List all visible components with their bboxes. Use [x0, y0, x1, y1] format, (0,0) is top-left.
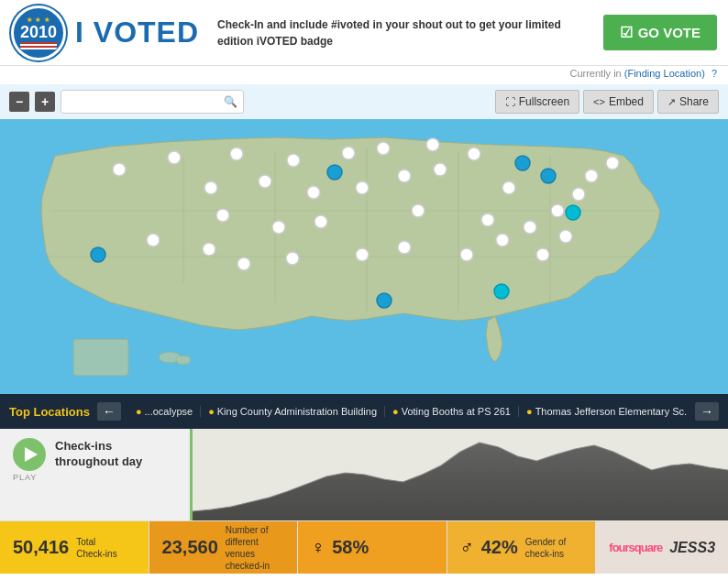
svg-point-51 [377, 293, 392, 308]
map-area[interactable] [0, 119, 728, 394]
svg-point-30 [203, 243, 215, 256]
header-description: Check-In and include #ivoted in your sho… [199, 16, 603, 49]
stat-label: Number of differentvenues checked-in [226, 524, 284, 572]
play-button[interactable] [13, 438, 46, 471]
svg-point-45 [536, 248, 549, 261]
stat-number: 50,416 [13, 537, 69, 558]
brands-block: foursquare JESS3 [596, 521, 728, 574]
top-locations-label: Top Locations [9, 405, 90, 419]
svg-point-21 [307, 186, 320, 199]
zoom-out-button[interactable]: − [9, 92, 29, 112]
checkmark-icon: ☑ [620, 24, 633, 41]
svg-point-31 [237, 257, 250, 270]
map-toolbar: − + 🔍 ⛶ Fullscreen <> Embed ↗ Share [0, 84, 728, 119]
svg-point-47 [327, 165, 342, 180]
svg-point-29 [147, 234, 160, 246]
go-vote-button[interactable]: ☑ GO VOTE [603, 15, 717, 50]
jess3-logo: JESS3 [669, 540, 715, 556]
svg-point-12 [168, 151, 181, 164]
stat-label: TotalCheck-ins [76, 536, 116, 560]
foursquare-logo: foursquare [609, 541, 662, 554]
list-item: ●...ocalypse [128, 406, 200, 417]
svg-point-39 [572, 188, 585, 201]
svg-point-40 [585, 170, 598, 182]
share-button[interactable]: ↗ Share [657, 90, 719, 114]
list-item: ●King County Administration Building [200, 406, 384, 417]
checkins-title: Check-ins throughout day [55, 439, 142, 470]
bottom-panel: Check-ins throughout day PLAY [0, 429, 728, 520]
svg-point-19 [204, 181, 217, 194]
svg-point-50 [566, 205, 580, 220]
svg-point-25 [216, 209, 229, 222]
play-icon [25, 447, 38, 462]
help-icon[interactable]: ? [711, 68, 717, 79]
stat-number: 42% [481, 537, 518, 558]
play-row: Check-ins throughout day [13, 438, 142, 471]
stat-total-checkins: 50,416 TotalCheck-ins [0, 521, 149, 574]
search-input[interactable] [67, 95, 224, 108]
svg-point-17 [426, 138, 439, 151]
stat-label: Gender ofcheck-ins [525, 536, 566, 560]
svg-point-20 [259, 175, 271, 188]
location-bar: Currently in (Finding Location) ? [0, 66, 728, 84]
svg-point-44 [559, 230, 572, 243]
header: ★ ★ ★ 2010 I VOTED Check-In and include … [0, 0, 728, 66]
svg-point-49 [541, 169, 556, 183]
svg-point-41 [606, 157, 619, 170]
stats-bar: 50,416 TotalCheck-ins 23,560 Number of d… [0, 520, 728, 574]
svg-point-42 [502, 181, 515, 194]
svg-point-27 [314, 215, 327, 228]
stat-venues: 23,560 Number of differentvenues checked… [149, 521, 299, 574]
locations-prev-button[interactable]: ← [97, 402, 121, 421]
svg-point-46 [91, 247, 105, 262]
list-item: ●Voting Booths at PS 261 [384, 406, 518, 417]
embed-button[interactable]: <> Embed [583, 90, 654, 114]
svg-point-23 [398, 170, 411, 182]
svg-point-24 [434, 163, 447, 176]
svg-rect-8 [73, 339, 128, 376]
svg-point-33 [356, 248, 369, 261]
svg-point-28 [412, 204, 425, 217]
location-status-link[interactable]: (Finding Location) [624, 68, 705, 79]
svg-point-32 [286, 252, 299, 265]
svg-point-36 [496, 234, 509, 246]
svg-point-43 [481, 213, 494, 226]
svg-point-52 [494, 284, 509, 299]
search-icon: 🔍 [224, 95, 237, 108]
svg-point-16 [377, 142, 390, 155]
logo-badge: ★ ★ ★ 2010 [11, 5, 66, 60]
male-icon: ♂ [460, 537, 474, 558]
search-bar: 🔍 [61, 90, 244, 114]
svg-point-48 [515, 156, 530, 170]
chart-area [193, 429, 728, 520]
svg-point-15 [342, 147, 355, 159]
svg-point-14 [287, 154, 300, 167]
stat-number: 23,560 [162, 537, 218, 558]
locations-list: ●...ocalypse ●King County Administration… [128, 406, 688, 417]
svg-point-34 [398, 241, 411, 254]
play-label: PLAY [13, 473, 37, 482]
svg-point-37 [524, 221, 536, 234]
stat-number: 58% [332, 537, 369, 558]
map-right-buttons: ⛶ Fullscreen <> Embed ↗ Share [495, 90, 719, 114]
svg-point-10 [176, 356, 191, 365]
stat-gender-female: ♀ 58% [298, 521, 447, 574]
svg-point-11 [113, 163, 126, 176]
svg-point-35 [460, 248, 473, 261]
svg-point-22 [356, 181, 369, 194]
svg-point-38 [551, 204, 564, 217]
share-icon: ↗ [667, 96, 676, 108]
stat-gender-male: ♂ 42% Gender ofcheck-ins [447, 521, 597, 574]
zoom-in-button[interactable]: + [35, 92, 55, 112]
fullscreen-icon: ⛶ [505, 96, 515, 107]
list-item: ●Thomas Jefferson Elementary Sc... [518, 406, 688, 417]
female-icon: ♀ [311, 537, 325, 558]
embed-icon: <> [593, 96, 605, 107]
checkins-panel: Check-ins throughout day PLAY [0, 429, 193, 520]
app-title: I VOTED [75, 16, 199, 49]
svg-point-26 [272, 221, 285, 234]
top-locations-bar: Top Locations ← ●...ocalypse ●King Count… [0, 394, 728, 429]
svg-point-13 [230, 148, 243, 160]
fullscreen-button[interactable]: ⛶ Fullscreen [495, 90, 579, 114]
locations-next-button[interactable]: → [695, 402, 719, 421]
